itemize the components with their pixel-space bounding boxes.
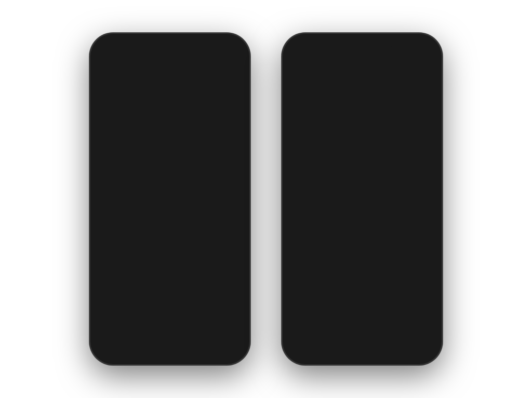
home-label-1: Home [103,342,113,346]
see-more-text-2[interactable]: See more [357,296,377,301]
share-group-2[interactable]: ↪ 13 [417,223,433,246]
for-you-tab-1[interactable]: For You [176,54,197,61]
like-group-1[interactable]: 🤍 2311 [224,164,241,187]
following-tab-2[interactable]: Following [335,54,359,61]
share-count-1: 13 [231,241,235,246]
see-more-btn-1[interactable]: See more [165,284,185,289]
following-tab-1[interactable]: Following [143,54,167,61]
comment-count-1: 16 [231,211,235,216]
like-icon-2[interactable]: 🤍 [417,164,433,181]
nav-profile-2[interactable]: 👤 Profile [417,331,429,346]
comment-group-2[interactable]: 💬 16 [417,194,433,216]
music-text-1: noted Music [102,304,125,309]
avatar-wrapper-2: + [416,134,434,153]
caption-line-2-3: would definitely describe [290,283,338,288]
inbox-notification-dot-1 [204,330,207,334]
phone-1-screen: For preview only For prev For prev For p… [94,37,246,361]
like-icon-1[interactable]: 🤍 [224,164,241,181]
search-icon-2[interactable]: 🔍 [423,54,432,62]
comment-icon-1[interactable]: 💬 [224,194,241,210]
share-icon-1[interactable]: ↪ [224,223,241,240]
right-sidebar-1: + 🤍 2311 💬 16 ↪ 13 [223,134,242,268]
profile-icon-2: 👤 [417,331,429,341]
create-icon-1[interactable]: + [164,331,178,345]
bottom-content-1: Casey | Skincare + Beauty Loving 'Not A … [98,258,218,325]
follow-button-1[interactable]: + [229,148,237,156]
sponsored-badge-1: Sponsored [98,296,122,301]
nav-friends-2[interactable]: 👥 Friends [325,331,337,346]
profile-icon-1: 👤 [225,331,236,341]
music-note-1: ♪ [98,303,100,309]
bottom-content-2: Casey | Skincare + Beauty oving 'Not A P… [290,264,410,325]
live-badge-2: LIVE [292,55,303,60]
comment-group-1[interactable]: 💬 16 [224,194,241,216]
create-icon-2[interactable]: + [356,331,370,345]
caption-line-2-1: oving 'Not A Perfume' from @Juliette has [290,271,370,276]
see-more-1[interactable]: See more [144,284,164,289]
nav-profile-1[interactable]: 👤 Profile [225,331,236,346]
nav-left-2: LIVE 🎁 [292,55,311,60]
top-nav-2: LIVE 🎁 Following For You 🔍 [286,54,438,61]
phone-1: For preview only For prev For prev For p… [89,33,250,365]
profile-label-1: Profile [225,342,236,346]
promote-text-1[interactable]: Promote [127,304,142,309]
nav-friends-1[interactable]: 👥 Friends [132,331,144,346]
bottom-nav-1: ⌂ Home 👥 Friends + ☰ Inbox 👤 Profil [94,327,246,361]
friends-icon-2: 👥 [325,331,336,341]
caption-line-2-2: gun for the perfect 'your skin but bette… [290,277,366,282]
like-group-2[interactable]: 🤍 2311 [417,164,433,187]
notch-2 [331,37,393,51]
live-badge-1: LIVE [100,55,111,60]
caption-line-2-4: cent! Link in bio to try it for yourself… [290,289,360,295]
username-2[interactable]: Casey | Skincare + Beauty [290,264,410,270]
nav-tabs-2[interactable]: Following For You [335,54,389,61]
learn-more-button-2[interactable]: Learn more > [290,312,410,325]
share-icon-2[interactable]: ↪ [417,223,433,240]
for-you-tab-2[interactable]: For You [368,54,389,61]
username-1[interactable]: Casey | Skincare + Beauty [98,258,218,264]
see-more-btn-2[interactable]: See more [336,296,356,301]
caption-line-2: a gun for the perfect 'your skin but bet… [98,272,178,277]
gift-icon-1: 🎁 [112,55,118,60]
like-count-1: 2311 [228,182,237,187]
avatar-wrapper-1: + [223,134,242,153]
follow-button-2[interactable]: + [421,148,429,156]
nav-create-2[interactable]: + [356,331,370,345]
friends-label-1: Friends [132,342,144,346]
caption-line-1: Loving 'Not A Perfume' from @Juliette ha… [98,266,180,271]
caption-hashtags-1: #notaperfume #juliett... [98,284,142,289]
music-avatar-2 [418,253,432,268]
share-count-2: 13 [423,241,428,246]
nav-home-1[interactable]: ⌂ Home [103,331,113,346]
music-row-1: ♪ noted Music Promote [98,303,218,309]
nav-tabs-1[interactable]: Following For You [143,54,196,61]
caption-2: oving 'Not A Perfume' from @Juliette has… [290,271,410,302]
learn-more-button-1[interactable]: Learn more > [98,312,218,325]
home-icon-2: ⌂ [298,331,303,341]
search-icon-1[interactable]: 🔍 [231,54,240,62]
gift-icon-2: 🎁 [304,55,311,60]
inbox-label-2: Inbox [389,342,398,346]
comment-icon-2[interactable]: 💬 [417,194,433,210]
bottom-nav-2: ⌂ Home 👥 Friends + ☰ Inbox 👤 Profil [286,327,438,361]
profile-label-2: Profile [418,342,428,346]
phone-2: For preview only For prev For prev LIVE … [282,33,443,365]
music-avatar-1 [225,253,240,268]
like-count-2: 2311 [420,182,430,187]
caption-1: Loving 'Not A Perfume' from @Juliette ha… [98,266,218,290]
home-icon-1: ⌂ [105,331,111,341]
inbox-label-1: Inbox [197,342,206,346]
right-sidebar-2: + 🤍 2311 💬 16 ↪ 13 [416,134,434,268]
nav-left-1: LIVE 🎁 [100,55,118,60]
nav-home-2[interactable]: ⌂ Home [296,331,305,346]
share-group-1[interactable]: ↪ 13 [224,223,241,246]
nav-inbox-2[interactable]: ☰ Inbox [389,331,398,346]
caption-line-3: scent! Link in bio to try it for yoursel… [98,278,169,283]
phone-2-screen: For preview only For prev For prev LIVE … [286,37,438,361]
friends-label-2: Friends [325,342,337,346]
nav-inbox-1[interactable]: ☰ Inbox [197,331,206,346]
caption-hashtags-2: #notaperfume #juliett... [290,296,335,301]
nav-create-1[interactable]: + [164,331,178,345]
phones-container: For preview only For prev For prev For p… [0,22,532,376]
home-label-2: Home [296,342,305,346]
